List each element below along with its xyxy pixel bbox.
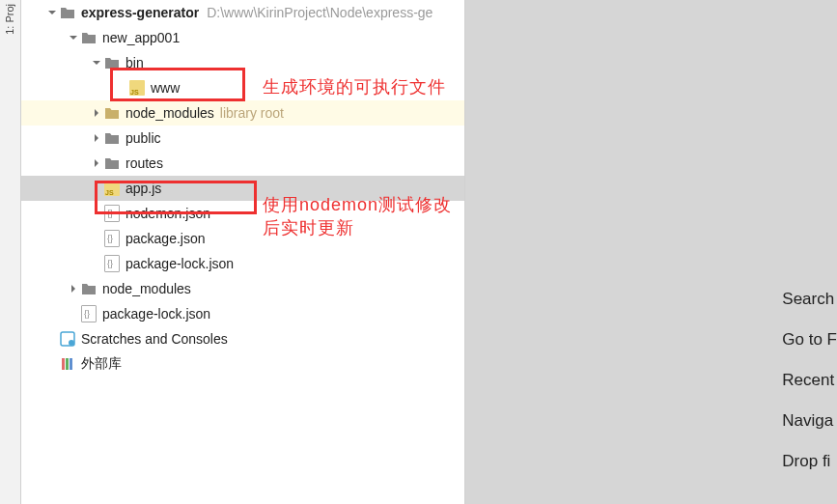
project-tree-panel: express-generator D:\www\KirinProject\No… — [21, 0, 465, 504]
svg-rect-4 — [70, 358, 72, 370]
folder-icon — [81, 30, 97, 45]
tip-navigate: Naviga — [774, 411, 837, 431]
tree-label: www — [151, 80, 180, 96]
tree-label: app.js — [126, 181, 161, 196]
tip-search: Search — [774, 290, 837, 309]
tree-row-bin[interactable]: bin — [21, 50, 464, 75]
tree-row-node-modules-lib[interactable]: node_modules library root — [21, 100, 464, 126]
tree-label: package.json — [126, 231, 206, 246]
tips-panel: Search Go to F Recent Naviga Drop fi — [774, 290, 837, 471]
tree-label: package-lock.json — [126, 256, 234, 271]
tree-label: node_modules — [126, 105, 214, 121]
json-file-icon — [81, 306, 97, 322]
editor-empty-area: Search Go to F Recent Naviga Drop fi — [465, 0, 837, 504]
left-gutter: 1: Proj — [0, 0, 21, 504]
tree-row-root[interactable]: express-generator D:\www\KirinProject\No… — [21, 0, 464, 25]
tree-label: express-generator — [81, 5, 199, 20]
tip-goto: Go to F — [774, 330, 837, 350]
tree-row-outer-package-lock[interactable]: package-lock.json — [21, 301, 464, 326]
chevron-right-icon[interactable] — [68, 283, 79, 294]
folder-icon — [104, 105, 120, 121]
folder-icon — [104, 155, 120, 171]
json-file-icon — [104, 206, 120, 221]
tip-drop: Drop fi — [774, 452, 837, 471]
tree-row-newapp[interactable]: new_app001 — [21, 25, 464, 50]
tree-label: bin — [126, 55, 144, 70]
tree-row-routes[interactable]: routes — [21, 151, 464, 176]
tree-label: Scratches and Consoles — [81, 331, 228, 347]
chevron-down-icon[interactable] — [91, 57, 102, 69]
svg-point-1 — [69, 340, 74, 346]
tree-label: nodemon.json — [126, 206, 210, 221]
chevron-down-icon[interactable] — [46, 7, 58, 18]
library-root-tag: library root — [220, 105, 284, 121]
tree-path: D:\www\KirinProject\Node\express-ge — [207, 5, 432, 20]
tree-row-public[interactable]: public — [21, 126, 464, 151]
folder-icon — [60, 5, 75, 20]
folder-icon — [104, 130, 120, 146]
tree-label: node_modules — [102, 281, 191, 296]
folder-icon — [104, 55, 120, 70]
tree-row-package-lock[interactable]: package-lock.json — [21, 251, 464, 276]
svg-rect-3 — [66, 358, 69, 370]
js-file-icon — [129, 80, 145, 96]
tree-label: new_app001 — [102, 30, 180, 45]
annotation-www: 生成环境的可执行文件 — [263, 75, 446, 98]
tree-label: public — [126, 130, 161, 146]
tree-label: package-lock.json — [102, 306, 210, 322]
chevron-right-icon[interactable] — [91, 107, 102, 119]
tree-row-outer-node-modules[interactable]: node_modules — [21, 276, 464, 301]
chevron-right-icon[interactable] — [91, 132, 102, 144]
scratches-icon — [60, 331, 75, 347]
json-file-icon — [104, 256, 120, 271]
folder-icon — [81, 281, 97, 296]
json-file-icon — [104, 231, 120, 246]
project-tool-tab[interactable]: 1: Proj — [2, 0, 17, 39]
tree-row-external-lib[interactable]: 外部库 — [21, 351, 464, 377]
chevron-down-icon[interactable] — [68, 32, 79, 43]
tree-label: routes — [126, 155, 163, 171]
js-file-icon — [104, 181, 120, 196]
svg-rect-2 — [62, 358, 65, 370]
chevron-right-icon[interactable] — [91, 157, 102, 169]
tip-recent: Recent — [774, 371, 837, 390]
tree-row-scratches[interactable]: Scratches and Consoles — [21, 326, 464, 351]
tree-label: 外部库 — [81, 355, 122, 373]
annotation-appjs: 使用nodemon测试修改后实时更新 — [263, 193, 464, 239]
library-icon — [60, 356, 75, 372]
